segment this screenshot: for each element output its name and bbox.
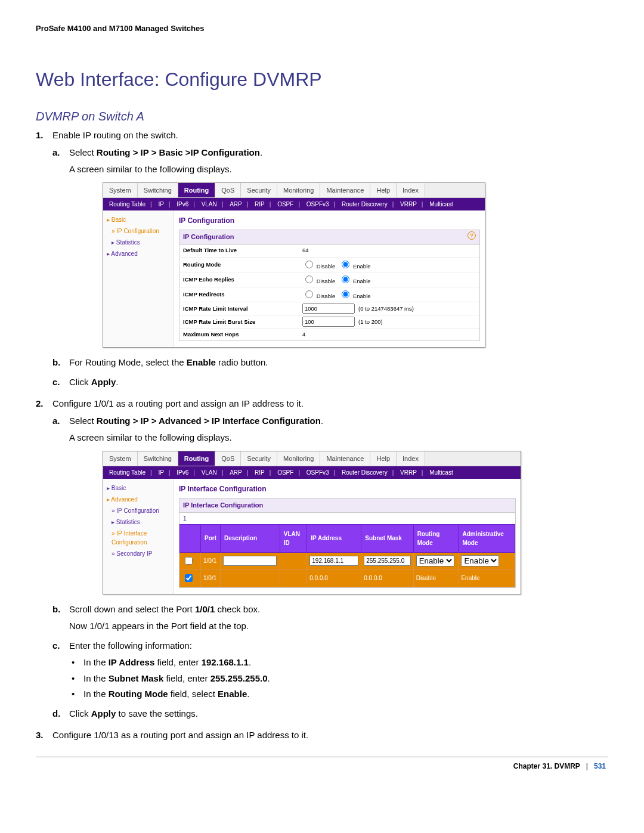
sidenav-secondary-ip[interactable]: » Secondary IP [106, 548, 171, 559]
screenshot-ip-interface-configuration: System Switching Routing QoS Security Mo… [103, 451, 521, 594]
page-footer: Chapter 31. DVMRP | 531 [36, 762, 608, 770]
icmp-echo-disable[interactable] [305, 275, 313, 283]
tab-routing[interactable]: Routing [178, 451, 216, 466]
routing-mode-disable[interactable] [305, 261, 313, 268]
sidenav-advanced[interactable]: ▸ Advanced [106, 494, 171, 505]
step-1c: c. Click Apply. [52, 376, 608, 389]
tab-help[interactable]: Help [370, 183, 397, 198]
box-header: IP Configuration ? [179, 230, 479, 244]
tab-qos[interactable]: QoS [215, 183, 241, 198]
table-row-edit: 1/0/1 Enable Enable [180, 552, 515, 569]
icmp-rate-burst-input[interactable] [302, 317, 355, 327]
step-2: 2. Configure 1/0/1 as a routing port and… [36, 397, 608, 720]
step-2-text: Configure 1/0/1 as a routing port and as… [52, 398, 304, 408]
step-2a-note: A screen similar to the following displa… [69, 431, 608, 445]
step-3-text: Configure 1/0/13 as a routing port and a… [52, 730, 308, 740]
tab-qos[interactable]: QoS [215, 451, 241, 466]
icmp-redirects-enable[interactable] [342, 290, 349, 298]
ip-interface-table: Port Description VLAN ID IP Address Subn… [179, 524, 515, 587]
icmp-echo-enable[interactable] [342, 275, 349, 283]
page-title: Web Interface: Configure DVMRP [36, 69, 608, 91]
tabbar-2: System Switching Routing QoS Security Mo… [103, 451, 521, 467]
doc-header: ProSafe M4100 and M7100 Managed Switches [36, 24, 608, 33]
tab-routing[interactable]: Routing [178, 183, 216, 198]
subtabbar: Routing Table| IP| IPv6| VLAN| ARP| RIP|… [103, 198, 485, 210]
step-2c: c. Enter the following information: In t… [52, 639, 608, 701]
subsection-title: DVMRP on Switch A [36, 107, 608, 125]
sidenav-2: ▸ Basic ▸ Advanced » IP Configuration ▸ … [103, 479, 174, 594]
sidenav-advanced[interactable]: ▸ Advanced [106, 248, 171, 259]
panel-title: IP Configuration [179, 215, 480, 226]
step-1a-note: A screen similar to the following displa… [69, 163, 608, 176]
panel-title-2: IP Interface Configuration [179, 484, 516, 494]
tab-monitoring[interactable]: Monitoring [277, 183, 320, 198]
step-2d: d. Click Apply to save the settings. [52, 707, 608, 721]
sidenav-statistics[interactable]: ▸ Statistics [106, 516, 171, 528]
tab-switching[interactable]: Switching [138, 183, 178, 198]
row-select-checkbox[interactable] [185, 574, 193, 582]
admin-mode-select[interactable]: Enable [461, 555, 499, 566]
step-1: 1. Enable IP routing on the switch. a. S… [36, 129, 608, 389]
help-icon[interactable]: ? [467, 231, 476, 240]
icmp-rate-interval-input[interactable] [302, 304, 355, 314]
row-select-checkbox[interactable] [185, 557, 193, 565]
sidenav-ip-configuration[interactable]: » IP Configuration [106, 225, 171, 237]
tab-help[interactable]: Help [370, 451, 397, 466]
tabbar: System Switching Routing QoS Security Mo… [103, 183, 485, 199]
step-2b: b. Scroll down and select the Port 1/0/1… [52, 603, 608, 633]
sidenav-basic[interactable]: ▸ Basic [106, 482, 171, 494]
step-3: 3. Configure 1/0/13 as a routing port an… [36, 729, 608, 742]
tab-monitoring[interactable]: Monitoring [277, 451, 320, 466]
sidenav-ip-configuration[interactable]: » IP Configuration [106, 505, 171, 516]
screenshot-ip-configuration: System Switching Routing QoS Security Mo… [103, 182, 485, 348]
tab-security[interactable]: Security [241, 451, 277, 466]
step-2a: a. Select Routing > IP > Advanced > IP I… [52, 414, 608, 594]
description-input[interactable] [223, 556, 277, 566]
routing-mode-enable[interactable] [342, 261, 349, 268]
icmp-redirects-disable[interactable] [305, 290, 313, 298]
tab-system[interactable]: System [103, 183, 138, 198]
tab-index[interactable]: Index [397, 183, 425, 198]
sidenav-basic[interactable]: ▸ Basic [106, 214, 171, 225]
tab-security[interactable]: Security [241, 183, 277, 198]
table-row: 1/0/1 0.0.0.0 0.0.0.0 Disable Enable [180, 569, 515, 587]
sidenav-statistics[interactable]: ▸ Statistics [106, 237, 171, 248]
subnet-mask-input[interactable] [364, 556, 411, 566]
sidenav: ▸ Basic » IP Configuration ▸ Statistics … [103, 210, 174, 347]
tab-maintenance[interactable]: Maintenance [320, 183, 370, 198]
unit-indicator[interactable]: 1 [179, 513, 515, 524]
footer-divider [36, 757, 608, 757]
tab-maintenance[interactable]: Maintenance [320, 451, 370, 466]
bullet-mode: In the Routing Mode field, select Enable… [69, 688, 608, 701]
sidenav-ip-interface-configuration[interactable]: » IP Interface Configuration [106, 528, 171, 548]
subtabbar-2: Routing Table| IP| IPv6| VLAN| ARP| RIP|… [103, 466, 521, 479]
box-header-2: IP Interface Configuration [179, 498, 515, 513]
tab-system[interactable]: System [103, 451, 138, 466]
ip-address-input[interactable] [309, 556, 358, 566]
step-1b: b. For Routing Mode, select the Enable r… [52, 356, 608, 370]
bullet-mask: In the Subnet Mask field, enter 255.255.… [69, 672, 608, 686]
step-2b-note: Now 1/0/1 appears in the Port field at t… [69, 620, 608, 633]
tab-index[interactable]: Index [397, 451, 425, 466]
tab-switching[interactable]: Switching [138, 451, 178, 466]
step-2c-text: Enter the following information: [69, 640, 192, 651]
step-1-text: Enable IP routing on the switch. [52, 130, 178, 140]
routing-mode-select[interactable]: Enable [416, 555, 454, 566]
bullet-ip: In the IP Address field, enter 192.168.1… [69, 656, 608, 670]
step-1a: a. Select Routing > IP > Basic >IP Confi… [52, 146, 608, 348]
